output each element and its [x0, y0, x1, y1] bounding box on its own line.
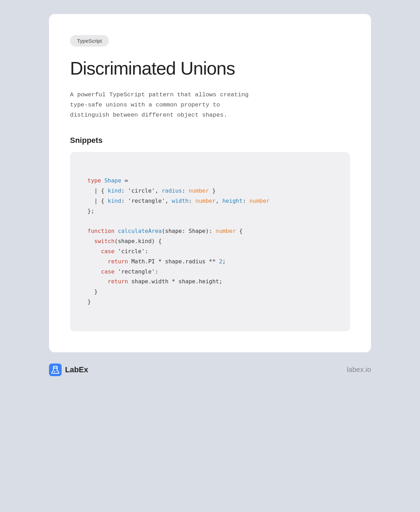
svg-point-2 — [54, 371, 55, 372]
labex-logo-icon — [49, 364, 62, 376]
code-line: return Math.PI * shape.radius ** 2; — [88, 257, 332, 267]
code-line: type Shape = — [88, 176, 332, 186]
code-line — [88, 216, 332, 227]
code-line: | { kind: 'rectangle', width: number, he… — [88, 196, 332, 206]
svg-point-3 — [56, 370, 57, 371]
code-line: | { kind: 'circle', radius: number } — [88, 186, 332, 196]
description: A powerful TypeScript pattern that allow… — [70, 90, 350, 120]
code-line: case 'circle': — [88, 247, 332, 257]
snippets-heading: Snippets — [70, 136, 350, 145]
svg-rect-0 — [49, 364, 62, 376]
logo-area: LabEx — [49, 364, 88, 376]
code-line: switch(shape.kind) { — [88, 236, 332, 247]
language-badge: TypeScript — [70, 35, 109, 47]
code-line — [88, 166, 332, 176]
code-line: } — [88, 287, 332, 297]
code-line: }; — [88, 206, 332, 216]
logo-text: LabEx — [65, 365, 88, 374]
code-line: function calculateArea(shape: Shape): nu… — [88, 226, 332, 236]
code-line — [88, 307, 332, 317]
page-title: Discriminated Unions — [70, 58, 350, 79]
footer: LabEx labex.io — [49, 352, 371, 387]
code-block: type Shape = | { kind: 'circle', radius:… — [70, 152, 350, 331]
footer-url: labex.io — [347, 366, 371, 374]
code-line: return shape.width * shape.height; — [88, 277, 332, 287]
code-line: } — [88, 297, 332, 307]
code-line: case 'rectangle': — [88, 267, 332, 277]
main-card: TypeScript Discriminated Unions A powerf… — [49, 14, 371, 352]
